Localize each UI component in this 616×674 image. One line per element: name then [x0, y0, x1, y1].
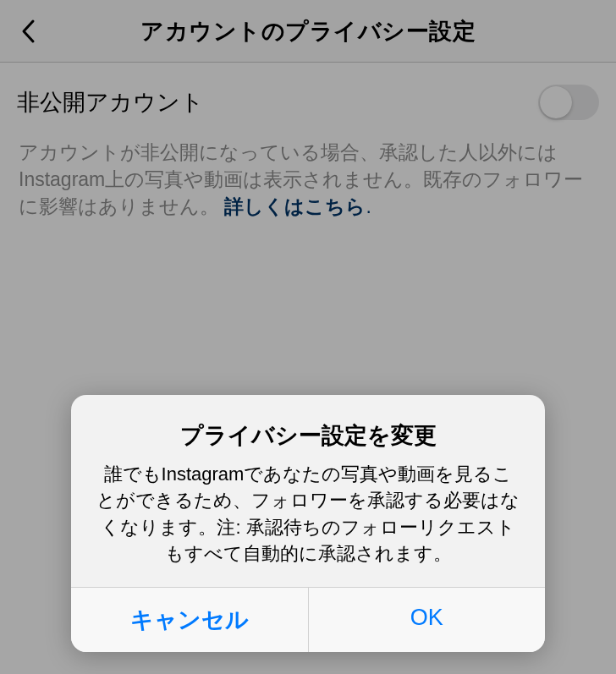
dialog-body: プライバシー設定を変更 誰でもInstagramであなたの写真や動画を見ることが…: [71, 395, 545, 587]
dialog-message: 誰でもInstagramであなたの写真や動画を見ることができるため、フォロワーを…: [95, 461, 521, 567]
ok-button[interactable]: OK: [309, 588, 546, 652]
privacy-change-dialog: プライバシー設定を変更 誰でもInstagramであなたの写真や動画を見ることが…: [71, 395, 545, 652]
cancel-button[interactable]: キャンセル: [71, 588, 309, 652]
modal-overlay[interactable]: プライバシー設定を変更 誰でもInstagramであなたの写真や動画を見ることが…: [0, 0, 616, 674]
dialog-buttons: キャンセル OK: [71, 587, 545, 652]
dialog-title: プライバシー設定を変更: [95, 420, 521, 451]
